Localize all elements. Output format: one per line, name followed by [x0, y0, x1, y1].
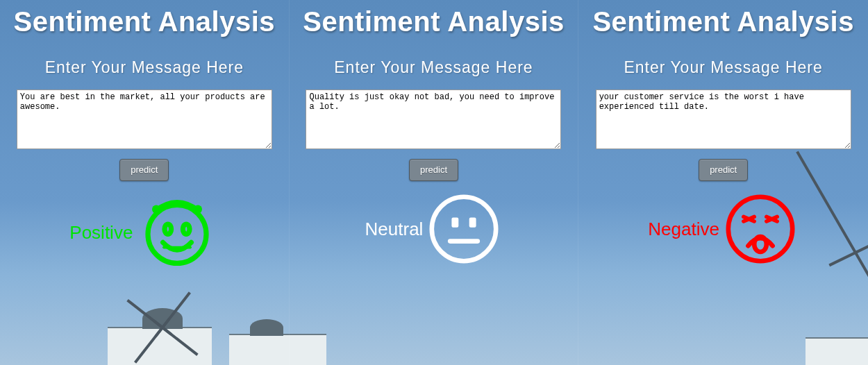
app-title: Sentiment Analysis: [290, 6, 578, 37]
sad-face-icon: [722, 191, 799, 267]
predict-button[interactable]: predict: [119, 159, 169, 181]
sentiment-panel-negative: Sentiment Analysis Enter Your Message He…: [578, 0, 868, 365]
predict-button[interactable]: predict: [699, 159, 748, 181]
smile-face-icon: [135, 191, 219, 274]
message-input[interactable]: [17, 90, 272, 149]
svg-point-10: [754, 237, 767, 252]
svg-point-0: [148, 205, 206, 263]
svg-point-2: [194, 205, 202, 213]
result-label: Positive: [69, 222, 133, 244]
input-prompt: Enter Your Message Here: [578, 58, 868, 77]
message-input[interactable]: [596, 90, 851, 149]
sentiment-panel-neutral: Sentiment Analysis Enter Your Message He…: [290, 0, 579, 365]
input-prompt: Enter Your Message Here: [290, 58, 578, 77]
result-row: Positive: [0, 191, 289, 274]
message-input[interactable]: [306, 90, 561, 149]
svg-rect-6: [452, 218, 459, 228]
svg-point-4: [183, 224, 190, 234]
app-title: Sentiment Analysis: [578, 6, 868, 37]
result-row: Negative: [578, 191, 868, 267]
app-title: Sentiment Analysis: [0, 6, 289, 37]
result-label: Neutral: [365, 219, 424, 240]
sentiment-panel-positive: Sentiment Analysis Enter Your Message He…: [0, 0, 290, 365]
predict-button[interactable]: predict: [409, 159, 458, 181]
svg-point-1: [152, 205, 160, 213]
svg-point-5: [432, 197, 496, 261]
svg-rect-7: [469, 218, 476, 228]
svg-point-3: [165, 224, 172, 234]
input-prompt: Enter Your Message Here: [0, 58, 289, 77]
result-label: Negative: [648, 219, 719, 240]
neutral-face-icon: [426, 191, 502, 267]
result-row: Neutral: [290, 191, 578, 267]
